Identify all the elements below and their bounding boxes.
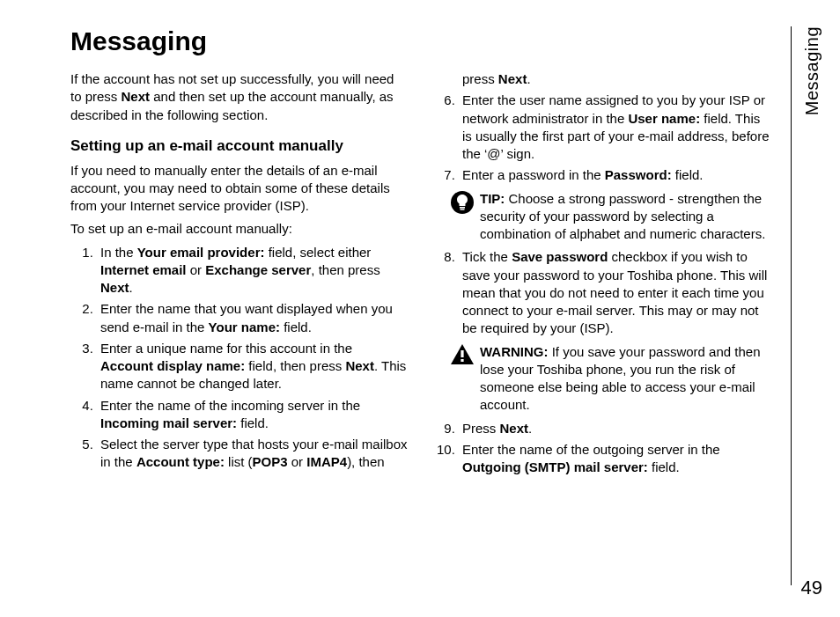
text: field. — [280, 320, 312, 334]
section-heading: Setting up an e-mail account manually — [70, 136, 408, 157]
text: Choose a strong password - strengthen th… — [480, 191, 765, 242]
bold: Next — [345, 358, 374, 373]
tip-callout: TIP: Choose a strong password - strength… — [450, 190, 770, 244]
text: Press — [462, 421, 500, 436]
text: Enter a unique name for this account in … — [100, 341, 352, 356]
step-2: Enter the name that you want displayed w… — [97, 300, 408, 336]
tip-label: TIP: — [480, 191, 505, 206]
warning-label: WARNING: — [480, 344, 549, 359]
bold: Your name: — [209, 320, 280, 334]
text: Enter a password in the — [462, 167, 605, 182]
lightbulb-icon — [450, 190, 475, 219]
text: Enter the name of the incoming server in… — [100, 398, 360, 413]
page-title: Messaging — [70, 26, 770, 56]
text: Tick the — [462, 249, 512, 264]
bold: Next — [500, 421, 529, 436]
text: list ( — [225, 454, 253, 469]
text: field. — [237, 415, 269, 430]
side-rule — [791, 26, 792, 585]
tip-text: TIP: Choose a strong password - strength… — [480, 190, 770, 244]
warning-text: WARNING: If you save your password and t… — [480, 343, 770, 415]
bold: Incoming mail server: — [100, 415, 237, 430]
page-number: 49 — [801, 577, 822, 599]
svg-line-6 — [455, 194, 457, 195]
svg-rect-1 — [460, 207, 465, 209]
side-tab-label: Messaging — [802, 26, 822, 115]
bold: User name: — [628, 111, 700, 126]
steps-list-3: Press Next. Enter the name of the outgoi… — [432, 420, 770, 477]
svg-rect-2 — [461, 209, 465, 209]
bold: Next — [100, 280, 129, 295]
body-columns: If the account has not set up successful… — [70, 70, 770, 476]
bold: IMAP4 — [306, 454, 347, 469]
steps-list-2: Tick the Save password checkbox if you w… — [432, 248, 770, 337]
section-lead: To set up an e-mail account manually: — [70, 220, 408, 238]
bold-next: Next — [122, 89, 151, 104]
bold: Exchange server — [205, 262, 311, 277]
svg-line-7 — [468, 194, 470, 195]
intro-paragraph: If the account has not set up successful… — [70, 70, 408, 124]
text: field, select either — [264, 245, 371, 260]
manual-page: Messaging 49 Messaging If the account ha… — [0, 0, 840, 617]
warning-callout: WARNING: If you save your password and t… — [450, 343, 770, 415]
step-7: Enter a password in the Password: field. — [459, 166, 770, 184]
step-4: Enter the name of the incoming server in… — [97, 397, 408, 433]
bold: Outgoing (SMTP) mail server: — [462, 459, 648, 474]
text: . — [129, 280, 133, 295]
text: In the — [100, 245, 137, 260]
text: . — [528, 421, 532, 436]
bold: Next — [498, 71, 527, 86]
warning-icon — [450, 343, 475, 371]
text: or — [288, 454, 307, 469]
bold: Save password — [512, 249, 608, 264]
text: field. — [672, 167, 704, 182]
text: , then press — [311, 262, 379, 277]
step-10: Enter the name of the outgoing server in… — [459, 441, 770, 477]
step-1: In the Your email provider: field, selec… — [97, 244, 408, 297]
svg-rect-9 — [461, 359, 463, 362]
bold: Password: — [605, 167, 672, 182]
bold: Internet email — [100, 262, 187, 277]
text: field, then press — [245, 358, 345, 373]
step-9: Press Next. — [459, 420, 770, 437]
bold: Account type: — [136, 454, 225, 469]
section-intro: If you need to manually enter the detail… — [70, 162, 408, 216]
text: field. — [648, 459, 680, 474]
bold: POP3 — [253, 454, 288, 469]
step-8: Tick the Save password checkbox if you w… — [459, 248, 770, 337]
step-6: Enter the user name assigned to you by y… — [459, 92, 770, 163]
text: . — [527, 71, 530, 86]
text: Enter the name of the outgoing server in… — [462, 442, 720, 457]
bold: Account display name: — [100, 358, 245, 373]
step-3: Enter a unique name for this account in … — [97, 340, 408, 393]
svg-rect-8 — [461, 350, 463, 357]
text: or — [187, 262, 206, 277]
bold: Your email provider: — [137, 245, 265, 260]
